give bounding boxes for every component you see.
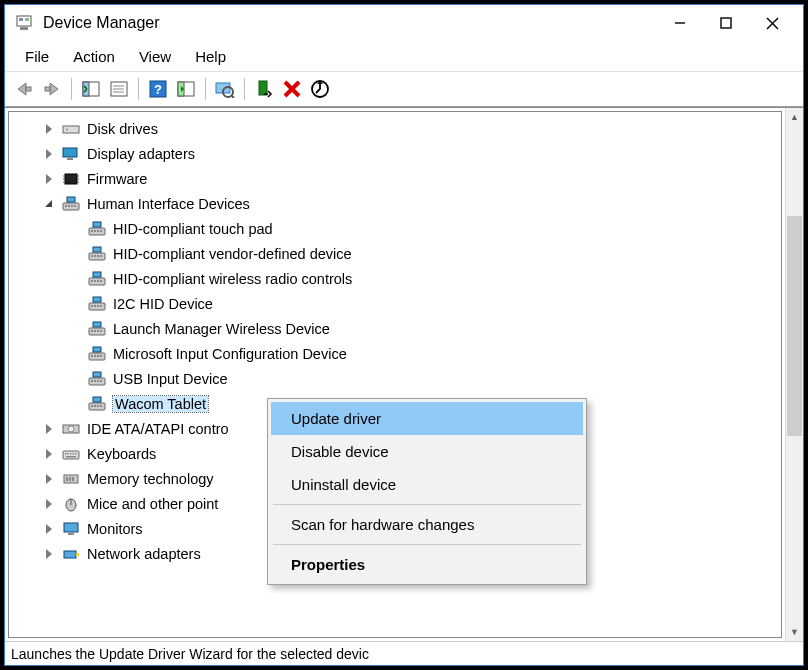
show-hide-tree-button[interactable] [78,76,104,102]
svg-rect-48 [100,230,102,232]
tree-item-firmware[interactable]: Firmware [9,166,781,191]
expand-icon[interactable] [41,447,55,461]
help-button[interactable]: ? [145,76,171,102]
expand-icon[interactable] [41,472,55,486]
scroll-thumb[interactable] [787,216,802,436]
menu-file[interactable]: File [13,44,61,69]
svg-rect-61 [93,272,101,277]
expand-icon[interactable] [41,422,55,436]
svg-rect-84 [100,380,102,382]
svg-rect-96 [68,453,70,455]
device-manager-window: Device Manager File Action View Help ? [4,4,804,666]
svg-rect-49 [93,222,101,227]
expand-icon[interactable] [41,497,55,511]
maximize-button[interactable] [703,8,749,38]
svg-rect-94 [63,451,79,459]
properties-button[interactable] [106,76,132,102]
tree-item-usb-input[interactable]: USB Input Device [9,366,781,391]
svg-rect-110 [76,553,79,556]
expand-icon[interactable] [41,172,55,186]
expand-icon[interactable] [41,122,55,136]
svg-rect-57 [91,280,93,282]
monitor-icon [61,520,81,538]
svg-rect-90 [100,405,102,407]
svg-rect-91 [93,397,101,402]
disable-button[interactable] [307,76,333,102]
minimize-button[interactable] [657,8,703,38]
tree-item-disk-drives[interactable]: Disk drives [9,116,781,141]
hid-icon [87,295,107,313]
hid-icon [87,320,107,338]
menu-help[interactable]: Help [183,44,238,69]
svg-rect-77 [97,355,99,357]
svg-rect-71 [97,330,99,332]
expand-icon[interactable] [41,147,55,161]
tree-item-ms-input-config[interactable]: Microsoft Input Configuration Device [9,341,781,366]
svg-rect-98 [73,453,75,455]
tree-item-launch-manager[interactable]: Launch Manager Wireless Device [9,316,781,341]
titlebar: Device Manager [5,5,803,41]
toolbar: ? [5,71,803,107]
toolbar-separator [244,78,245,100]
menu-view[interactable]: View [127,44,183,69]
expand-icon[interactable] [41,522,55,536]
tree-label: IDE ATA/ATAPI contro [87,421,229,437]
vertical-scrollbar[interactable]: ▲ ▼ [785,108,803,641]
expand-icon[interactable] [41,547,55,561]
tree-label: Monitors [87,521,143,537]
action-button[interactable] [173,76,199,102]
svg-rect-8 [26,87,31,91]
svg-rect-100 [66,456,76,458]
svg-rect-54 [100,255,102,257]
menu-action[interactable]: Action [61,44,127,69]
svg-rect-69 [91,330,93,332]
context-menu: Update driver Disable device Uninstall d… [267,398,587,585]
svg-rect-89 [97,405,99,407]
update-driver-button[interactable] [251,76,277,102]
context-menu-update-driver[interactable]: Update driver [271,402,583,435]
svg-rect-55 [93,247,101,252]
tree-label: Microsoft Input Configuration Device [113,346,347,362]
tree-label: Disk drives [87,121,158,137]
scroll-track[interactable] [786,126,803,623]
tree-item-i2c-hid[interactable]: I2C HID Device [9,291,781,316]
svg-rect-70 [94,330,96,332]
collapse-icon[interactable] [41,197,55,211]
forward-button[interactable] [39,76,65,102]
uninstall-button[interactable] [279,76,305,102]
svg-rect-108 [68,533,74,535]
tree-label: Launch Manager Wireless Device [113,321,330,337]
svg-rect-52 [94,255,96,257]
tree-item-hid-vendor[interactable]: HID-compliant vendor-defined device [9,241,781,266]
menubar: File Action View Help [5,41,803,71]
svg-rect-43 [67,197,75,202]
context-menu-scan-hardware[interactable]: Scan for hardware changes [271,508,583,541]
tree-item-display-adapters[interactable]: Display adapters [9,141,781,166]
context-menu-disable-device[interactable]: Disable device [271,435,583,468]
svg-rect-46 [94,230,96,232]
tree-item-hid[interactable]: Human Interface Devices [9,191,781,216]
hid-icon [87,345,107,363]
back-button[interactable] [11,76,37,102]
scroll-down-button[interactable]: ▼ [786,623,803,641]
scan-hardware-button[interactable] [212,76,238,102]
disk-drive-icon [61,120,81,138]
content-area: Disk drives Display adapters Firmware Hu… [5,107,803,641]
close-button[interactable] [749,8,795,38]
hid-icon [87,370,107,388]
svg-rect-66 [100,305,102,307]
tree-item-hid-touchpad[interactable]: HID-compliant touch pad [9,216,781,241]
svg-rect-42 [74,205,76,207]
svg-rect-103 [69,477,71,481]
context-menu-uninstall-device[interactable]: Uninstall device [271,468,583,501]
toolbar-separator [71,78,72,100]
svg-rect-47 [97,230,99,232]
toolbar-separator [138,78,139,100]
context-menu-separator [273,504,581,505]
scroll-up-button[interactable]: ▲ [786,108,803,126]
svg-rect-87 [91,405,93,407]
tree-item-hid-wireless-radio[interactable]: HID-compliant wireless radio controls [9,266,781,291]
context-menu-properties[interactable]: Properties [271,548,583,581]
svg-point-28 [66,128,68,130]
toolbar-separator [205,78,206,100]
